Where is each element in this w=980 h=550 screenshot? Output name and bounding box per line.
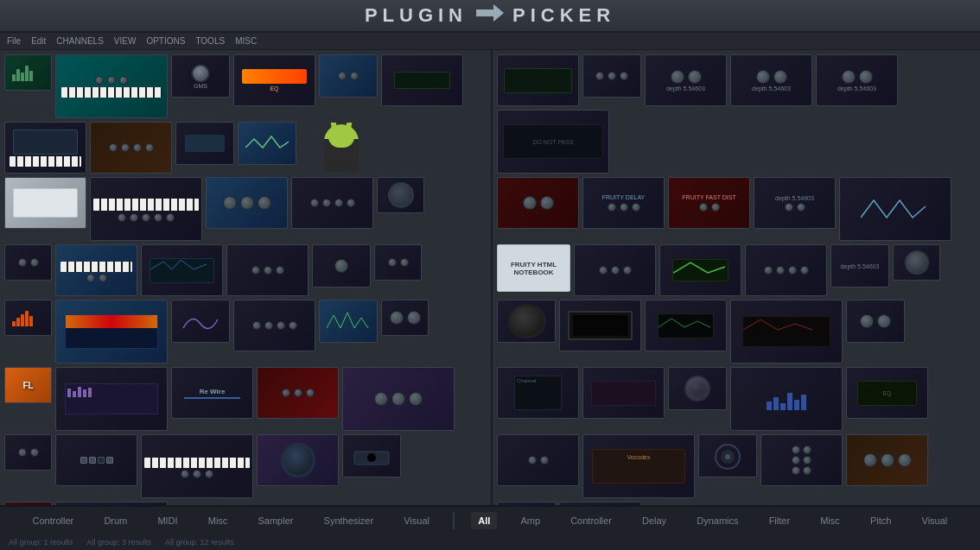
tab-controller-left[interactable]: Controller: [26, 512, 81, 529]
menu-misc[interactable]: MISC: [235, 36, 257, 46]
plugin-thumb[interactable]: [559, 300, 641, 351]
plugin-thumb[interactable]: depth 5.54603: [816, 54, 898, 106]
plugin-row-r3: FRUITY HTMLNOTEBOOK: [497, 244, 976, 296]
plugin-thumb[interactable]: [698, 434, 757, 477]
bottom-tabs: Controller Drum MIDI Misc Sampler Synthe…: [0, 507, 980, 534]
plugin-thumb[interactable]: EQ: [233, 54, 315, 106]
plugin-thumb[interactable]: [226, 244, 309, 296]
plugin-thumb[interactable]: [4, 244, 52, 281]
plugin-thumb[interactable]: FRUITY FAST DIST: [668, 177, 750, 229]
tab-midi[interactable]: MIDI: [150, 512, 184, 529]
plugin-thumb[interactable]: [55, 244, 137, 296]
tab-sampler[interactable]: Sampler: [251, 512, 300, 529]
plugin-thumb[interactable]: GMS: [171, 54, 230, 98]
plugin-thumb[interactable]: [175, 122, 234, 165]
plugin-thumb[interactable]: [381, 300, 429, 336]
plugin-thumb[interactable]: [342, 367, 455, 431]
plugin-thumb[interactable]: [291, 177, 373, 229]
plugin-thumb[interactable]: Re Wire: [171, 367, 253, 419]
plugin-thumb[interactable]: [4, 177, 86, 229]
app-header: PLUGIN PICKER: [0, 0, 980, 33]
plugin-thumb[interactable]: [141, 244, 223, 296]
tab-synthesizer[interactable]: Synthesizer: [317, 512, 380, 529]
plugin-thumb[interactable]: depth 5.54603: [830, 244, 889, 288]
plugin-thumb[interactable]: [497, 54, 579, 106]
plugin-thumb[interactable]: [582, 54, 641, 98]
plugin-thumb[interactable]: EQ: [846, 367, 928, 419]
tab-visual-left[interactable]: Visual: [397, 512, 436, 529]
plugin-thumb[interactable]: [319, 54, 378, 98]
plugin-thumb[interactable]: [497, 434, 579, 486]
menu-channels[interactable]: CHANNELS: [56, 36, 103, 46]
plugin-thumb[interactable]: Vocodex: [582, 434, 695, 498]
plugin-thumb[interactable]: [90, 177, 202, 241]
tab-filter[interactable]: Filter: [762, 512, 797, 529]
plugin-thumb[interactable]: [55, 434, 137, 486]
plugin-thumb[interactable]: depth 5.54603: [645, 54, 727, 106]
plugin-thumb[interactable]: [582, 367, 665, 419]
app-title: PLUGIN PICKER: [365, 4, 615, 27]
plugin-thumb[interactable]: [645, 300, 727, 351]
plugin-thumb[interactable]: [730, 367, 843, 431]
tab-visual-right[interactable]: Visual: [915, 512, 955, 529]
plugin-thumb[interactable]: [90, 122, 172, 174]
plugin-thumb[interactable]: [574, 244, 656, 296]
menu-options[interactable]: OPTIONS: [146, 36, 185, 46]
plugin-thumb[interactable]: [312, 244, 371, 288]
tab-amp[interactable]: Amp: [513, 512, 547, 529]
plugin-thumb[interactable]: [55, 54, 168, 118]
plugin-thumb[interactable]: [257, 367, 339, 419]
tab-misc-right[interactable]: Misc: [813, 512, 847, 529]
tab-controller-right[interactable]: Controller: [563, 512, 619, 529]
plugin-thumb[interactable]: [381, 54, 463, 106]
plugin-thumb[interactable]: [171, 300, 230, 343]
plugin-thumb[interactable]: [846, 434, 928, 486]
tab-misc-left[interactable]: Misc: [201, 512, 235, 529]
tab-all[interactable]: All: [471, 512, 497, 529]
plugin-thumb[interactable]: [668, 367, 727, 410]
menu-edit[interactable]: Edit: [31, 36, 46, 46]
plugin-thumb[interactable]: DO NOT PASS: [497, 110, 609, 174]
plugin-thumb[interactable]: [659, 244, 741, 296]
svg-rect-4: [83, 389, 86, 397]
plugin-thumb[interactable]: [893, 244, 940, 281]
menu-view[interactable]: VIEW: [114, 36, 137, 46]
plugin-thumb[interactable]: Channel: [497, 367, 579, 419]
plugin-thumb[interactable]: [377, 177, 424, 213]
plugin-thumb[interactable]: [497, 300, 556, 343]
plugin-thumb[interactable]: [55, 300, 168, 364]
tab-pitch[interactable]: Pitch: [863, 512, 898, 529]
plugin-thumb[interactable]: depth 5.54603: [754, 177, 836, 229]
menu-file[interactable]: File: [7, 36, 21, 46]
plugin-thumb[interactable]: [4, 300, 52, 336]
plugin-thumb[interactable]: [342, 434, 401, 477]
plugin-thumb[interactable]: [206, 177, 288, 229]
menu-tools[interactable]: TOOLS: [195, 36, 225, 46]
plugin-thumb[interactable]: FRUITY DELAY: [582, 177, 665, 229]
plugin-thumb[interactable]: [141, 434, 253, 498]
svg-marker-0: [476, 4, 504, 22]
plugin-thumb[interactable]: depth 5.54603: [730, 54, 812, 106]
plugin-thumb[interactable]: [233, 300, 315, 351]
plugin-thumb[interactable]: [839, 177, 951, 241]
plugin-thumb[interactable]: [497, 177, 579, 229]
plugin-thumb[interactable]: FL: [4, 367, 52, 403]
plugin-thumb[interactable]: FRUITY HTMLNOTEBOOK: [497, 244, 570, 292]
plugin-thumb[interactable]: [55, 367, 168, 431]
tab-delay[interactable]: Delay: [635, 512, 673, 529]
plugin-thumb[interactable]: [4, 122, 86, 174]
tab-dynamics[interactable]: Dynamics: [690, 512, 745, 529]
tab-drum[interactable]: Drum: [97, 512, 134, 529]
plugin-thumb[interactable]: [760, 434, 843, 486]
plugin-thumb[interactable]: [4, 54, 52, 91]
plugin-thumb[interactable]: [257, 434, 339, 486]
plugin-thumb[interactable]: [374, 244, 422, 281]
plugin-thumb[interactable]: [745, 244, 827, 296]
plugin-thumb[interactable]: [238, 122, 296, 165]
left-plugins-area: GMS EQ: [0, 50, 491, 505]
plugin-thumb[interactable]: [4, 434, 52, 471]
info-text-1: All group: 1 results: [9, 538, 73, 547]
plugin-thumb[interactable]: [319, 300, 378, 343]
plugin-thumb[interactable]: [846, 300, 905, 343]
plugin-thumb[interactable]: [730, 300, 843, 364]
